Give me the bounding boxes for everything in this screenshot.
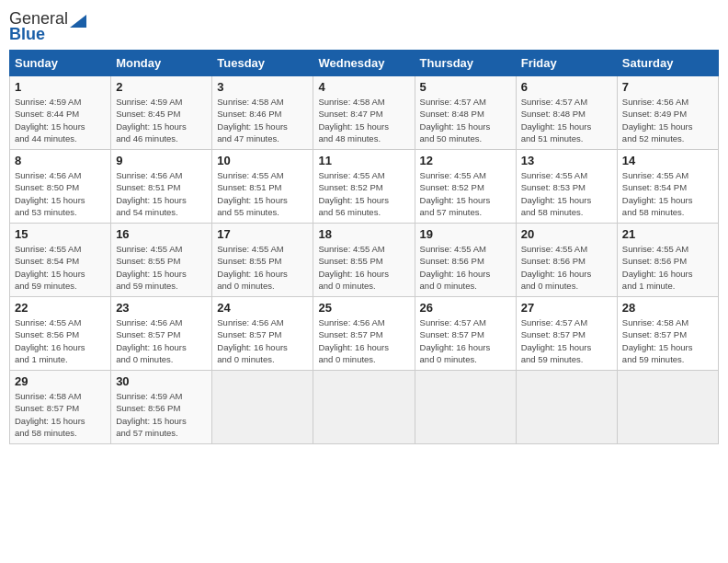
calendar-cell [313, 371, 415, 444]
calendar-table: SundayMondayTuesdayWednesdayThursdayFrid… [9, 50, 719, 444]
calendar-cell: 6Sunrise: 4:57 AM Sunset: 8:48 PM Daylig… [516, 76, 617, 150]
calendar-cell: 13Sunrise: 4:55 AM Sunset: 8:53 PM Dayli… [516, 150, 617, 224]
day-info: Sunrise: 4:57 AM Sunset: 8:57 PM Dayligh… [420, 316, 511, 365]
day-number: 15 [15, 227, 106, 241]
calendar-week-5: 29Sunrise: 4:58 AM Sunset: 8:57 PM Dayli… [10, 371, 719, 444]
calendar-cell: 7Sunrise: 4:56 AM Sunset: 8:49 PM Daylig… [617, 76, 718, 150]
calendar-cell: 3Sunrise: 4:58 AM Sunset: 8:46 PM Daylig… [212, 76, 313, 150]
day-number: 5 [420, 80, 511, 94]
day-number: 20 [521, 227, 612, 241]
calendar-cell: 15Sunrise: 4:55 AM Sunset: 8:54 PM Dayli… [10, 224, 111, 297]
day-number: 25 [318, 301, 409, 315]
day-number: 4 [318, 80, 409, 94]
day-header-wednesday: Wednesday [313, 51, 415, 76]
day-number: 19 [420, 227, 511, 241]
calendar-cell: 11Sunrise: 4:55 AM Sunset: 8:52 PM Dayli… [313, 150, 415, 224]
day-number: 23 [116, 301, 207, 315]
day-number: 16 [116, 227, 207, 241]
calendar-cell: 22Sunrise: 4:55 AM Sunset: 8:56 PM Dayli… [10, 297, 111, 371]
calendar-cell: 29Sunrise: 4:58 AM Sunset: 8:57 PM Dayli… [10, 371, 111, 444]
calendar-cell [516, 371, 617, 444]
day-info: Sunrise: 4:55 AM Sunset: 8:56 PM Dayligh… [521, 243, 612, 292]
day-header-thursday: Thursday [415, 51, 516, 76]
day-number: 7 [622, 80, 713, 94]
calendar-cell: 21Sunrise: 4:55 AM Sunset: 8:56 PM Dayli… [617, 224, 718, 297]
day-info: Sunrise: 4:55 AM Sunset: 8:56 PM Dayligh… [420, 243, 511, 292]
day-info: Sunrise: 4:55 AM Sunset: 8:51 PM Dayligh… [217, 169, 308, 218]
logo: General Blue [9, 9, 86, 44]
calendar-cell: 10Sunrise: 4:55 AM Sunset: 8:51 PM Dayli… [212, 150, 313, 224]
day-number: 13 [521, 154, 612, 167]
day-number: 30 [116, 374, 207, 388]
header: General Blue [9, 9, 719, 44]
day-info: Sunrise: 4:55 AM Sunset: 8:55 PM Dayligh… [318, 243, 409, 292]
day-info: Sunrise: 4:56 AM Sunset: 8:50 PM Dayligh… [15, 169, 106, 218]
calendar-cell: 30Sunrise: 4:59 AM Sunset: 8:56 PM Dayli… [111, 371, 212, 444]
logo-blue-text: Blue [9, 25, 45, 44]
day-number: 27 [521, 301, 612, 315]
calendar-cell: 5Sunrise: 4:57 AM Sunset: 8:48 PM Daylig… [415, 76, 516, 150]
day-number: 2 [116, 80, 207, 94]
day-info: Sunrise: 4:55 AM Sunset: 8:53 PM Dayligh… [521, 169, 612, 218]
day-info: Sunrise: 4:57 AM Sunset: 8:48 PM Dayligh… [521, 96, 612, 144]
day-header-saturday: Saturday [617, 51, 718, 76]
day-number: 14 [622, 154, 713, 167]
calendar-cell: 20Sunrise: 4:55 AM Sunset: 8:56 PM Dayli… [516, 224, 617, 297]
day-number: 29 [15, 374, 106, 388]
day-header-monday: Monday [111, 51, 212, 76]
calendar-cell: 19Sunrise: 4:55 AM Sunset: 8:56 PM Dayli… [415, 224, 516, 297]
day-info: Sunrise: 4:55 AM Sunset: 8:54 PM Dayligh… [622, 169, 713, 218]
calendar-cell: 25Sunrise: 4:56 AM Sunset: 8:57 PM Dayli… [313, 297, 415, 371]
day-info: Sunrise: 4:55 AM Sunset: 8:52 PM Dayligh… [318, 169, 409, 218]
calendar-cell: 14Sunrise: 4:55 AM Sunset: 8:54 PM Dayli… [617, 150, 718, 224]
day-number: 18 [318, 227, 409, 241]
day-number: 8 [15, 154, 106, 167]
day-number: 1 [15, 80, 106, 94]
calendar-cell: 16Sunrise: 4:55 AM Sunset: 8:55 PM Dayli… [111, 224, 212, 297]
svg-marker-0 [70, 15, 86, 28]
calendar-body: 1Sunrise: 4:59 AM Sunset: 8:44 PM Daylig… [10, 76, 719, 444]
day-info: Sunrise: 4:55 AM Sunset: 8:52 PM Dayligh… [420, 169, 511, 218]
calendar-week-3: 15Sunrise: 4:55 AM Sunset: 8:54 PM Dayli… [10, 224, 719, 297]
day-info: Sunrise: 4:55 AM Sunset: 8:55 PM Dayligh… [116, 243, 207, 292]
day-info: Sunrise: 4:57 AM Sunset: 8:57 PM Dayligh… [521, 316, 612, 365]
day-number: 10 [217, 154, 308, 167]
day-header-friday: Friday [516, 51, 617, 76]
day-info: Sunrise: 4:56 AM Sunset: 8:51 PM Dayligh… [116, 169, 207, 218]
calendar-cell: 12Sunrise: 4:55 AM Sunset: 8:52 PM Dayli… [415, 150, 516, 224]
calendar-cell: 27Sunrise: 4:57 AM Sunset: 8:57 PM Dayli… [516, 297, 617, 371]
calendar-cell: 18Sunrise: 4:55 AM Sunset: 8:55 PM Dayli… [313, 224, 415, 297]
day-info: Sunrise: 4:58 AM Sunset: 8:47 PM Dayligh… [318, 96, 409, 144]
day-number: 6 [521, 80, 612, 94]
day-header-tuesday: Tuesday [212, 51, 313, 76]
day-number: 24 [217, 301, 308, 315]
day-info: Sunrise: 4:59 AM Sunset: 8:44 PM Dayligh… [15, 96, 106, 144]
calendar-cell: 26Sunrise: 4:57 AM Sunset: 8:57 PM Dayli… [415, 297, 516, 371]
day-info: Sunrise: 4:58 AM Sunset: 8:57 PM Dayligh… [15, 390, 106, 439]
day-info: Sunrise: 4:55 AM Sunset: 8:54 PM Dayligh… [15, 243, 106, 292]
day-info: Sunrise: 4:59 AM Sunset: 8:56 PM Dayligh… [116, 390, 207, 439]
calendar-week-1: 1Sunrise: 4:59 AM Sunset: 8:44 PM Daylig… [10, 76, 719, 150]
calendar-cell: 24Sunrise: 4:56 AM Sunset: 8:57 PM Dayli… [212, 297, 313, 371]
calendar-week-2: 8Sunrise: 4:56 AM Sunset: 8:50 PM Daylig… [10, 150, 719, 224]
day-number: 17 [217, 227, 308, 241]
calendar-week-4: 22Sunrise: 4:55 AM Sunset: 8:56 PM Dayli… [10, 297, 719, 371]
calendar-cell [212, 371, 313, 444]
calendar-cell: 4Sunrise: 4:58 AM Sunset: 8:47 PM Daylig… [313, 76, 415, 150]
day-number: 12 [420, 154, 511, 167]
day-info: Sunrise: 4:55 AM Sunset: 8:55 PM Dayligh… [217, 243, 308, 292]
day-number: 28 [622, 301, 713, 315]
day-info: Sunrise: 4:59 AM Sunset: 8:45 PM Dayligh… [116, 96, 207, 144]
day-info: Sunrise: 4:58 AM Sunset: 8:46 PM Dayligh… [217, 96, 308, 144]
calendar-cell: 2Sunrise: 4:59 AM Sunset: 8:45 PM Daylig… [111, 76, 212, 150]
day-info: Sunrise: 4:57 AM Sunset: 8:48 PM Dayligh… [420, 96, 511, 144]
calendar-cell: 28Sunrise: 4:58 AM Sunset: 8:57 PM Dayli… [617, 297, 718, 371]
day-info: Sunrise: 4:56 AM Sunset: 8:57 PM Dayligh… [318, 316, 409, 365]
day-info: Sunrise: 4:56 AM Sunset: 8:49 PM Dayligh… [622, 96, 713, 144]
calendar-cell: 1Sunrise: 4:59 AM Sunset: 8:44 PM Daylig… [10, 76, 111, 150]
calendar-cell [415, 371, 516, 444]
day-info: Sunrise: 4:56 AM Sunset: 8:57 PM Dayligh… [116, 316, 207, 365]
day-number: 3 [217, 80, 308, 94]
day-info: Sunrise: 4:56 AM Sunset: 8:57 PM Dayligh… [217, 316, 308, 365]
day-number: 22 [15, 301, 106, 315]
